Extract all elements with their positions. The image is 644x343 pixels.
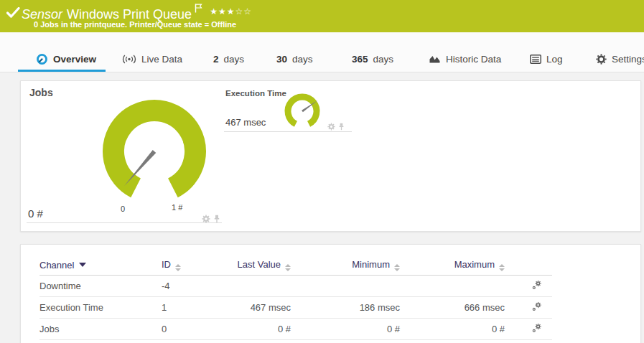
channel-minimum (295, 276, 404, 297)
tab-label: days (373, 54, 394, 65)
channel-id: 0 (162, 319, 215, 340)
tab-live-data[interactable]: Live Data (122, 45, 182, 72)
sensor-kind-label: Sensor (22, 7, 62, 22)
channel-id: 1 (162, 297, 215, 319)
gauge-icon (36, 53, 48, 65)
execution-time-gauge-value: 467 msec (225, 117, 266, 128)
divider (27, 222, 222, 223)
tab-label: days (224, 54, 245, 65)
prtg-sensor-page: SensorWindows Print Queue ★★★☆☆ 0 Jobs i… (0, 0, 644, 343)
gauges-panel: Jobs 0 1 # 0 # Ex (20, 80, 641, 232)
tab-2-days[interactable]: 2 days (213, 45, 244, 72)
tab-label: Live Data (141, 54, 182, 65)
tab-label: Historic Data (446, 54, 501, 65)
execution-time-gauge-title: Execution Time (225, 89, 286, 98)
channel-last-value (215, 276, 295, 297)
channel-settings-gear-icon[interactable] (532, 323, 542, 333)
jobs-gauge-scale-min: 0 (116, 205, 130, 213)
channel-maximum: 666 msec (404, 297, 509, 319)
tab-number: 2 (213, 54, 219, 65)
pin-icon[interactable] (338, 123, 345, 131)
jobs-gauge (97, 94, 212, 209)
tab-label: Overview (53, 54, 96, 65)
gear-icon (596, 54, 607, 65)
log-icon (530, 55, 541, 64)
execution-time-gauge-actions (327, 123, 345, 131)
sensor-status-message: 0 Jobs in the printqueue. Printer/Queue … (34, 20, 236, 29)
sort-icon (499, 264, 505, 271)
column-header-maximum[interactable]: Maximum (404, 255, 509, 276)
jobs-gauge-scale-max: 1 # (172, 203, 182, 212)
channel-name: Execution Time (39, 297, 162, 319)
area-chart-icon (429, 54, 441, 64)
table-row-jobs: Jobs 0 0 # 0 # 0 # (39, 319, 552, 340)
tab-settings[interactable]: Settings (596, 45, 644, 72)
tab-30-days[interactable]: 30 days (276, 45, 313, 72)
channel-settings-gear-icon[interactable] (532, 301, 542, 311)
column-header-last-value[interactable]: Last Value (215, 255, 295, 276)
tab-number: 30 (276, 54, 287, 65)
channel-last-value: 467 msec (215, 297, 295, 319)
channel-minimum: 186 msec (295, 297, 404, 319)
channels-panel: Channel ID Last Value Minimum Maximum Do… (20, 244, 641, 343)
sort-icon (175, 264, 181, 271)
flag-icon[interactable] (195, 4, 202, 13)
column-header-actions (509, 255, 552, 276)
channel-maximum: 0 # (404, 319, 509, 340)
table-header-row: Channel ID Last Value Minimum Maximum (39, 255, 552, 276)
column-header-minimum[interactable]: Minimum (295, 255, 404, 276)
tab-log[interactable]: Log (530, 45, 563, 72)
column-header-channel[interactable]: Channel (39, 255, 162, 276)
sort-icon (394, 264, 400, 271)
tab-number: 365 (352, 54, 368, 65)
execution-time-gauge (282, 91, 322, 131)
table-row-execution-time: Execution Time 1 467 msec 186 msec 666 m… (39, 297, 552, 319)
tab-bar: Overview Live Data 2 days 30 days 365 da… (0, 32, 644, 72)
sort-icon (285, 264, 291, 271)
sensor-title: Windows Print Queue (67, 7, 192, 22)
gear-icon[interactable] (327, 123, 335, 131)
channel-maximum (404, 276, 509, 297)
jobs-gauge-title: Jobs (29, 87, 53, 98)
tab-overview[interactable]: Overview (36, 45, 96, 72)
channel-last-value: 0 # (215, 319, 295, 340)
active-tab-underline (18, 70, 106, 72)
divider (224, 131, 352, 132)
channels-table: Channel ID Last Value Minimum Maximum Do… (39, 255, 552, 340)
channel-name: Downtime (39, 276, 162, 297)
tab-historic-data[interactable]: Historic Data (429, 45, 501, 72)
status-ok-check-icon (6, 7, 20, 18)
pin-icon[interactable] (213, 215, 220, 223)
sort-desc-icon (79, 263, 86, 267)
jobs-gauge-actions (202, 215, 220, 223)
channel-id: -4 (162, 276, 215, 297)
channel-minimum: 0 # (295, 319, 404, 340)
live-data-icon (122, 54, 136, 65)
channel-settings-gear-icon[interactable] (532, 280, 542, 290)
tab-label: Log (546, 54, 563, 65)
sensor-banner: SensorWindows Print Queue ★★★☆☆ 0 Jobs i… (0, 0, 644, 32)
tab-365-days[interactable]: 365 days (352, 45, 393, 72)
tab-label: days (292, 54, 313, 65)
channel-name: Jobs (39, 319, 162, 340)
jobs-gauge-value: 0 # (28, 207, 43, 220)
priority-stars[interactable]: ★★★☆☆ (210, 6, 252, 17)
column-header-id[interactable]: ID (162, 255, 215, 276)
tab-label: Settings (612, 54, 644, 65)
gear-icon[interactable] (202, 215, 210, 223)
table-row-downtime: Downtime -4 (39, 276, 552, 297)
